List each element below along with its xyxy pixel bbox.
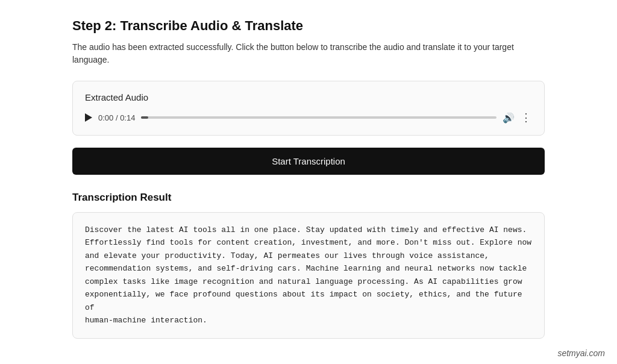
- audio-player: 0:00 / 0:14 🔊 ⋮: [85, 111, 532, 124]
- start-transcription-button[interactable]: Start Transcription: [72, 148, 545, 175]
- play-icon: [85, 113, 92, 122]
- play-button[interactable]: [85, 113, 92, 122]
- more-options-button[interactable]: ⋮: [521, 111, 532, 124]
- audio-progress-fill: [141, 116, 148, 119]
- watermark: setmyai.com: [557, 348, 605, 358]
- volume-button[interactable]: 🔊: [503, 112, 515, 124]
- result-box: Discover the latest AI tools all in one …: [72, 212, 545, 339]
- time-display: 0:00 / 0:14: [98, 113, 135, 122]
- page-container: Step 2: Transcribe Audio & Translate The…: [0, 0, 617, 351]
- step-description: The audio has been extracted successfull…: [72, 41, 545, 66]
- result-text: Discover the latest AI tools all in one …: [85, 224, 532, 327]
- more-options-icon: ⋮: [521, 111, 532, 124]
- audio-label: Extracted Audio: [85, 92, 532, 102]
- result-title: Transcription Result: [72, 192, 545, 204]
- transcription-result-section: Transcription Result Discover the latest…: [72, 192, 545, 339]
- audio-progress-bar[interactable]: [141, 116, 496, 119]
- audio-card: Extracted Audio 0:00 / 0:14 🔊 ⋮: [72, 81, 545, 136]
- step-title: Step 2: Transcribe Audio & Translate: [72, 18, 545, 34]
- volume-icon: 🔊: [503, 112, 515, 124]
